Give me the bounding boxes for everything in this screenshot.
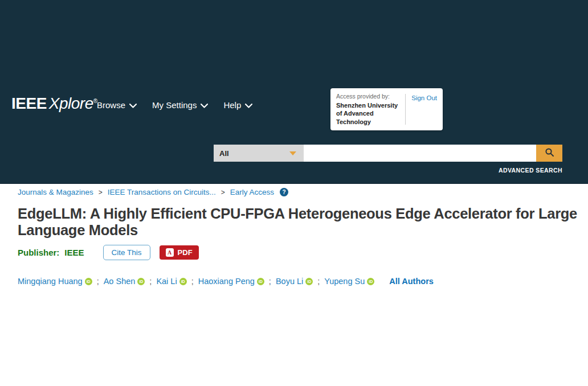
author-separator: ; (149, 277, 152, 286)
author-link[interactable]: Ao Shen (104, 277, 136, 286)
orcid-icon[interactable]: iD (257, 278, 264, 285)
search-scope-value: All (219, 149, 229, 158)
logo-xplore-text: Xplore (49, 95, 93, 112)
breadcrumb: Journals & Magazines > IEEE Transactions… (18, 188, 288, 196)
orcid-icon[interactable]: iD (85, 278, 92, 285)
header: IEEEXplore® Browse My Settings Help Acce… (0, 0, 588, 184)
orcid-icon[interactable]: iD (367, 278, 374, 285)
help-icon[interactable]: ? (280, 188, 288, 196)
author-separator: ; (269, 277, 271, 286)
breadcrumb-separator: > (99, 188, 103, 196)
advanced-search-link[interactable]: ADVANCED SEARCH (499, 167, 562, 174)
chevron-down-icon (201, 102, 208, 108)
access-info: Access provided by: Shenzhen University … (336, 93, 399, 126)
search-bar: All (214, 145, 562, 162)
main-nav: Browse My Settings Help (97, 100, 252, 110)
author: Boyu Li iD (276, 277, 313, 286)
author-separator: ; (97, 277, 99, 286)
orcid-icon[interactable]: iD (137, 278, 145, 285)
author-link[interactable]: Boyu Li (276, 277, 303, 286)
access-divider (405, 94, 406, 125)
author: Haoxiang Peng iD (198, 277, 264, 286)
author: Kai Li iD (156, 277, 186, 286)
logo-ieee-text: IEEE (11, 95, 47, 112)
institution-access-box: Access provided by: Shenzhen University … (330, 88, 443, 130)
publisher-row: Publisher:IEEE Cite This A PDF (18, 244, 199, 261)
chevron-down-icon (129, 102, 137, 108)
authors-row: Mingqiang Huang iD ; Ao Shen iD ; Kai Li… (18, 277, 434, 286)
institution-name: Shenzhen University of Advanced Technolo… (336, 101, 399, 126)
nav-browse[interactable]: Browse (97, 100, 137, 110)
author-separator: ; (317, 277, 320, 286)
chevron-down-icon (245, 102, 252, 108)
pdf-button[interactable]: A PDF (160, 245, 199, 260)
nav-help[interactable]: Help (223, 100, 252, 110)
breadcrumb-early-access[interactable]: Early Access (230, 188, 274, 196)
nav-help-label: Help (223, 100, 241, 110)
author-link[interactable]: Mingqiang Huang (18, 277, 83, 286)
cite-this-button[interactable]: Cite This (103, 245, 150, 260)
author-link[interactable]: Yupeng Su (324, 277, 365, 286)
pdf-button-label: PDF (178, 248, 193, 257)
search-input[interactable] (304, 145, 536, 162)
sign-out-link[interactable]: Sign Out (411, 93, 437, 126)
nav-browse-label: Browse (97, 100, 125, 110)
nav-my-settings[interactable]: My Settings (152, 100, 208, 110)
breadcrumb-separator: > (221, 188, 225, 196)
all-authors-link[interactable]: All Authors (389, 277, 434, 286)
caret-down-icon (289, 151, 296, 155)
publisher-label: Publisher: (18, 248, 59, 257)
search-icon (545, 147, 554, 159)
author-separator: ; (191, 277, 194, 286)
publisher: Publisher:IEEE (18, 248, 84, 257)
ieee-xplore-logo[interactable]: IEEEXplore® (11, 95, 97, 113)
access-provided-label: Access provided by: (336, 93, 399, 100)
page-title: EdgeLLM: A Highly Efficient CPU-FPGA Het… (18, 206, 579, 238)
author: Ao Shen iD (104, 277, 145, 286)
breadcrumb-journal-title[interactable]: IEEE Transactions on Circuits... (108, 188, 216, 196)
author: Yupeng Su iD (324, 277, 374, 286)
search-button[interactable] (536, 145, 562, 162)
publisher-name: IEEE (64, 248, 84, 257)
search-scope-dropdown[interactable]: All (214, 145, 304, 162)
author-link[interactable]: Haoxiang Peng (198, 277, 255, 286)
pdf-file-icon: A (166, 248, 174, 257)
orcid-icon[interactable]: iD (305, 278, 313, 285)
author: Mingqiang Huang iD (18, 277, 92, 286)
orcid-icon[interactable]: iD (179, 278, 187, 285)
breadcrumb-journals-magazines[interactable]: Journals & Magazines (18, 188, 93, 196)
nav-my-settings-label: My Settings (152, 100, 197, 110)
page: IEEEXplore® Browse My Settings Help Acce… (0, 0, 588, 386)
author-link[interactable]: Kai Li (156, 277, 177, 286)
